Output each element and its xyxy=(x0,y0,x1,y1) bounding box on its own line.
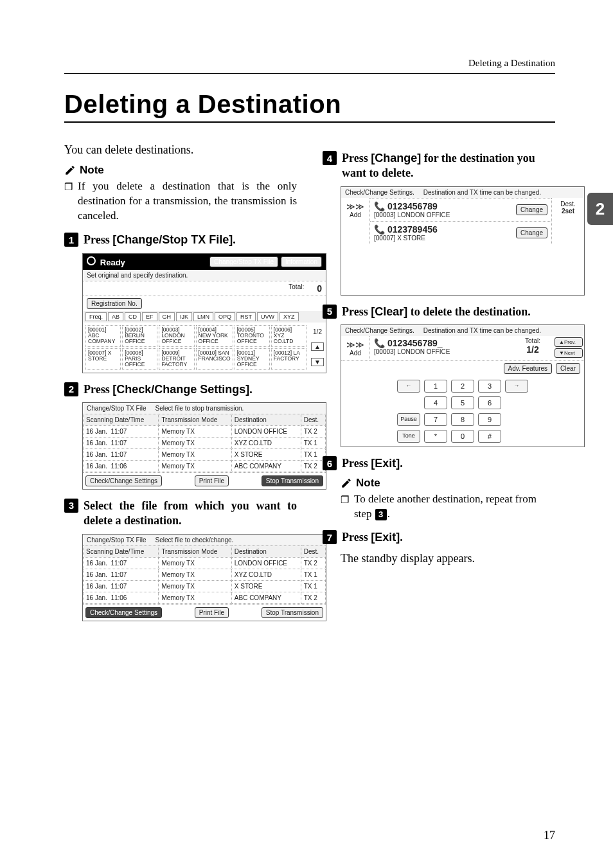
pencil-icon xyxy=(64,164,76,176)
destination-grid[interactable]: [00001] ABC COMPANY[00002] BERLIN OFFICE… xyxy=(83,323,309,373)
running-header: Deleting a Destination xyxy=(468,58,555,69)
step-number-icon: 4 xyxy=(323,151,337,165)
step-number-icon: 7 xyxy=(323,530,337,544)
change-stop-tx-file-button[interactable]: Change/Stop TX File xyxy=(209,256,278,267)
stop-transmission-button[interactable]: Stop Transmission xyxy=(262,607,323,618)
clear-button[interactable]: Clear xyxy=(556,363,580,374)
screenshot-ready-panel: Ready Change/Stop TX File Information Se… xyxy=(82,253,326,373)
pencil-icon xyxy=(341,477,352,489)
step-6: 6 Press [Exit]. xyxy=(323,456,555,471)
standby-text: The standby display appears. xyxy=(341,551,555,566)
step-3: 3 Select the file from which you want to… xyxy=(64,499,297,529)
destination-row[interactable]: 📞 0123456789 [00003] LONDON OFFICE Chang… xyxy=(370,198,551,221)
stop-transmission-button[interactable]: Stop Transmission xyxy=(262,475,323,486)
note-heading: Note xyxy=(341,477,555,490)
file-list-table[interactable]: Scanning Date/TimeTransmission ModeDesti… xyxy=(83,545,326,604)
print-file-button[interactable]: Print File xyxy=(195,475,229,486)
print-file-button[interactable]: Print File xyxy=(195,607,229,618)
intro-text: You can delete destinations. xyxy=(64,142,297,157)
step-7: 7 Press [Exit]. xyxy=(323,530,555,545)
file-list-table[interactable]: Scanning Date/TimeTransmission ModeDesti… xyxy=(83,414,326,472)
step-number-icon: 3 xyxy=(64,499,78,513)
step-5: 5 Press [Clear] to delete the destinatio… xyxy=(323,305,555,319)
prev-button[interactable]: ▲Prev. xyxy=(555,337,583,347)
next-button[interactable]: ▼Next xyxy=(555,348,583,358)
chapter-side-tab: 2 xyxy=(587,193,613,225)
note-item: ❐ If you delete a destination that is th… xyxy=(64,179,297,224)
page-title: Deleting a Destination xyxy=(64,90,555,119)
change-button[interactable]: Change xyxy=(516,227,547,238)
note-item: ❐ To delete another destination, repeat … xyxy=(341,492,555,522)
destination-row[interactable]: 📞 0123789456 [00007] X STORE Change xyxy=(370,221,551,244)
scroll-down-icon[interactable]: ▼ xyxy=(311,358,324,366)
page-number: 17 xyxy=(544,829,555,842)
check-change-settings-button[interactable]: Check/Change Settings xyxy=(85,607,162,618)
note-heading: Note xyxy=(64,164,297,177)
alpha-tabs[interactable]: Freq.ABCD EFGHIJK LMNOPQRST UVWXYZ xyxy=(83,311,326,323)
registration-no-button[interactable]: Registration No. xyxy=(87,298,142,309)
check-change-settings-button[interactable]: Check/Change Settings xyxy=(85,475,162,486)
screenshot-file-list-stop: Change/Stop TX File Select file to stop … xyxy=(82,402,326,490)
step-4: 4 Press [Change] for the destination you… xyxy=(323,151,555,181)
step-number-icon: 5 xyxy=(323,305,337,319)
screenshot-file-list-check: Change/Stop TX File Select file to check… xyxy=(82,534,326,621)
step-number-icon: 6 xyxy=(323,456,337,470)
scroll-up-icon[interactable]: ▲ xyxy=(311,342,324,351)
screenshot-change-destination: Check/Change Settings. Destination and T… xyxy=(341,186,585,296)
step-number-icon: 2 xyxy=(64,382,78,396)
step-ref-icon: 3 xyxy=(375,509,387,520)
adv-features-button[interactable]: Adv. Features xyxy=(504,363,553,374)
dial-keypad[interactable]: ←123→ 456 Pause789 Tone*0# xyxy=(341,376,584,447)
screenshot-keypad: Check/Change Settings. Destination and T… xyxy=(341,324,585,447)
change-button[interactable]: Change xyxy=(516,204,547,215)
step-number-icon: 1 xyxy=(64,233,78,247)
step-1: 1 Press [Change/Stop TX File]. xyxy=(64,233,297,247)
information-button[interactable]: Information xyxy=(281,256,322,267)
step-2: 2 Press [Check/Change Settings]. xyxy=(64,382,297,397)
